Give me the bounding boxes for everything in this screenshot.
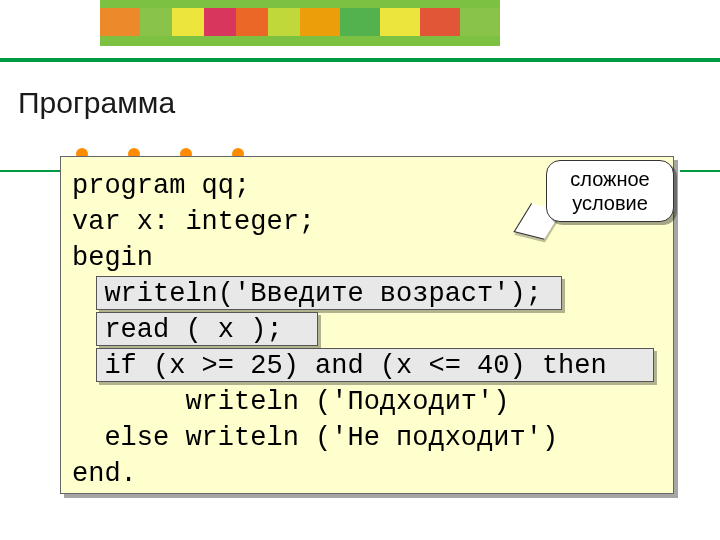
banner-strip xyxy=(100,8,500,36)
page-title: Программа xyxy=(18,86,175,120)
mid-rule-right xyxy=(680,170,720,172)
header-rule xyxy=(0,58,720,62)
code-line: read ( x ); xyxy=(72,315,283,345)
code-line: program qq; xyxy=(72,171,250,201)
callout-line2: условие xyxy=(572,191,648,215)
code-line: if (x >= 25) and (x <= 40) then xyxy=(72,351,607,381)
code-line: end. xyxy=(72,459,137,489)
callout-bubble: сложное условие xyxy=(546,160,674,222)
code-line: begin xyxy=(72,243,153,273)
mid-rule-left xyxy=(0,170,60,172)
code-line: var x: integer; xyxy=(72,207,315,237)
code-line: writeln('Введите возраст'); xyxy=(72,279,542,309)
callout-line1: сложное xyxy=(570,167,649,191)
decorative-banner xyxy=(100,0,500,46)
code-line: else writeln ('Не подходит') xyxy=(72,423,558,453)
code-line: writeln ('Подходит') xyxy=(72,387,509,417)
